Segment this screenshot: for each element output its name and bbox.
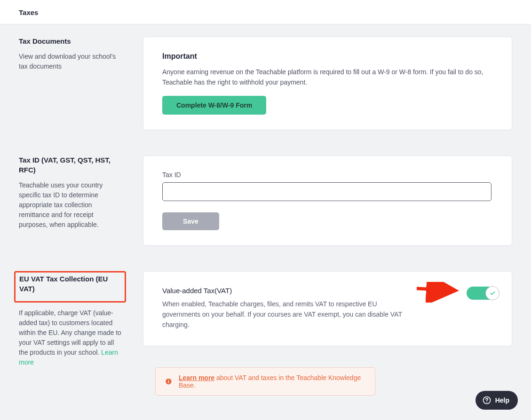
card-heading: Important [162, 52, 493, 61]
side-title: Tax Documents [19, 37, 122, 46]
svg-point-1 [168, 380, 169, 381]
svg-rect-2 [168, 381, 169, 383]
info-bar: Learn more about VAT and taxes in the Te… [155, 367, 375, 396]
panel-eu-vat: Value-added Tax(VAT) When enabled, Teach… [143, 271, 512, 346]
highlight-annotation: EU VAT Tax Collection (EU VAT) [14, 271, 126, 303]
check-icon [489, 290, 496, 296]
section-tax-documents: Tax Documents View and download your sch… [19, 37, 512, 130]
vat-body: When enabled, Teachable charges, files, … [162, 299, 412, 330]
side-desc: Teachable uses your country specific tax… [19, 180, 122, 230]
save-button[interactable]: Save [162, 212, 219, 230]
side-eu-vat: EU VAT Tax Collection (EU VAT) If applic… [19, 271, 122, 367]
help-icon [482, 396, 491, 405]
tax-id-label: Tax ID [162, 171, 493, 179]
side-desc: If applicable, charge VAT (value-added t… [19, 308, 122, 367]
vat-row: Value-added Tax(VAT) When enabled, Teach… [162, 287, 493, 330]
info-learn-more-link[interactable]: Learn more [179, 374, 214, 381]
page-content: Tax Documents View and download your sch… [0, 24, 531, 377]
card-tax-id: Tax ID Save [143, 156, 512, 246]
side-tax-id: Tax ID (VAT, GST, QST, HST, RFC) Teachab… [19, 156, 122, 230]
card-vat: Value-added Tax(VAT) When enabled, Teach… [143, 271, 512, 346]
panel-tax-id: Tax ID Save [143, 156, 512, 246]
info-icon [165, 378, 172, 385]
svg-point-5 [486, 402, 487, 403]
vat-toggle[interactable] [467, 287, 493, 300]
card-body: Anyone earning revenue on the Teachable … [162, 67, 493, 87]
vat-heading: Value-added Tax(VAT) [162, 287, 412, 295]
toggle-knob [485, 286, 499, 300]
page-title: Taxes [19, 8, 512, 16]
card-important: Important Anyone earning revenue on the … [143, 37, 512, 130]
info-text: Learn more about VAT and taxes in the Te… [179, 374, 365, 389]
complete-w8w9-button[interactable]: Complete W-8/W-9 Form [162, 96, 266, 115]
section-eu-vat: EU VAT Tax Collection (EU VAT) If applic… [19, 271, 512, 367]
help-label: Help [495, 397, 509, 404]
page-header: Taxes [0, 0, 531, 24]
side-title: EU VAT Tax Collection (EU VAT) [19, 274, 122, 294]
section-tax-id: Tax ID (VAT, GST, QST, HST, RFC) Teachab… [19, 156, 512, 246]
panel-tax-documents: Important Anyone earning revenue on the … [143, 37, 512, 130]
tax-id-input[interactable] [162, 182, 491, 201]
side-desc: View and download your school's tax docu… [19, 52, 122, 71]
help-button[interactable]: Help [476, 391, 518, 410]
side-tax-documents: Tax Documents View and download your sch… [19, 37, 122, 71]
vat-text: Value-added Tax(VAT) When enabled, Teach… [162, 287, 412, 330]
side-title: Tax ID (VAT, GST, QST, HST, RFC) [19, 156, 122, 175]
